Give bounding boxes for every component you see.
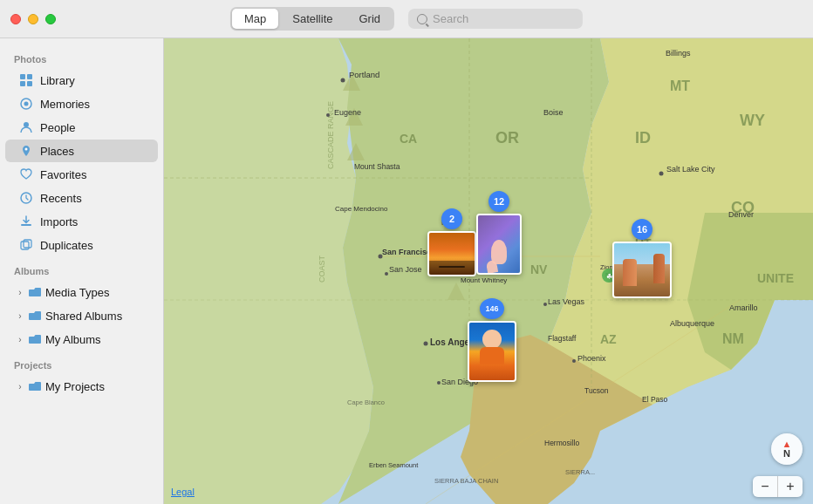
pin-count-12: 12 <box>488 191 509 212</box>
svg-text:UNITE: UNITE <box>757 271 794 285</box>
traffic-lights <box>10 14 56 24</box>
pin-count-2: 2 <box>441 208 462 229</box>
compass-label: N <box>783 449 790 459</box>
search-icon <box>417 14 427 24</box>
places-label: Places <box>40 145 74 158</box>
sidebar-item-imports[interactable]: Imports <box>5 210 158 233</box>
svg-text:Amarillo: Amarillo <box>729 303 758 312</box>
photos-section-label: Photos <box>0 45 163 68</box>
sidebar-item-memories[interactable]: Memories <box>5 92 158 115</box>
svg-text:NV: NV <box>530 262 548 276</box>
sidebar-item-favorites[interactable]: Favorites <box>5 163 158 186</box>
memories-label: Memories <box>40 98 90 111</box>
sidebar-item-people[interactable]: People <box>5 116 158 139</box>
chevron-right-icon-shared: › <box>16 311 24 320</box>
map-pin-146[interactable]: 146 <box>468 298 516 382</box>
svg-text:El Paso: El Paso <box>642 395 668 404</box>
media-types-label: Media Types <box>45 286 109 299</box>
svg-text:WY: WY <box>740 112 765 129</box>
svg-text:Cape Blanco: Cape Blanco <box>347 398 385 406</box>
satellite-view-button[interactable]: Satellite <box>280 9 345 29</box>
favorites-label: Favorites <box>40 168 86 181</box>
view-segmented-control: Map Satellite Grid <box>230 7 394 31</box>
duplicate-icon <box>19 238 33 252</box>
map-view-button[interactable]: Map <box>232 9 278 29</box>
pin-photo-desert <box>612 242 672 298</box>
svg-text:☘: ☘ <box>606 273 612 281</box>
svg-point-7 <box>25 148 28 151</box>
svg-point-6 <box>24 122 29 127</box>
pin-photo-sunset <box>427 231 476 276</box>
folder-icon-media <box>28 285 42 299</box>
svg-rect-0 <box>20 74 25 79</box>
sidebar-item-recents[interactable]: Recents <box>5 187 158 209</box>
svg-text:AZ: AZ <box>600 332 617 346</box>
pin-photo-dancer <box>476 214 522 275</box>
map-pin-2[interactable]: 2 <box>427 208 476 276</box>
search-input[interactable] <box>433 12 574 25</box>
svg-text:MT: MT <box>670 78 690 93</box>
svg-text:NM: NM <box>722 331 744 346</box>
zoom-plus-button[interactable]: + <box>778 476 803 497</box>
svg-point-50 <box>437 381 441 385</box>
svg-text:Billings: Billings <box>666 49 691 58</box>
import-icon <box>19 215 33 228</box>
search-box <box>408 9 583 29</box>
svg-text:Mount Whitney: Mount Whitney <box>461 276 507 284</box>
sidebar-group-media-types[interactable]: › Media Types <box>5 281 158 303</box>
svg-point-48 <box>543 303 547 306</box>
svg-rect-9 <box>21 224 31 226</box>
svg-text:Denver: Denver <box>728 210 754 219</box>
toolbar-center: Map Satellite Grid <box>230 7 583 31</box>
svg-text:Salt Lake City: Salt Lake City <box>666 165 715 174</box>
photo-grid-icon <box>19 73 33 87</box>
map-area[interactable]: OR ID MT WY CO NM AZ NV UT CA UNITE CASC… <box>164 38 813 504</box>
minimize-button[interactable] <box>28 14 38 24</box>
pin-count-146: 146 <box>480 298 504 319</box>
sidebar-group-shared-albums[interactable]: › Shared Albums <box>5 304 158 327</box>
chevron-right-icon-albums: › <box>16 335 24 344</box>
map-background: OR ID MT WY CO NM AZ NV UT CA UNITE CASC… <box>164 38 813 504</box>
maximize-button[interactable] <box>45 14 56 24</box>
heart-icon <box>19 167 33 181</box>
legal-link[interactable]: Legal <box>171 487 195 497</box>
svg-text:Portland: Portland <box>349 70 379 79</box>
grid-view-button[interactable]: Grid <box>346 9 393 29</box>
svg-text:CA: CA <box>400 132 417 146</box>
sidebar-item-places[interactable]: Places <box>5 140 158 162</box>
sidebar-item-library[interactable]: Library <box>5 69 158 92</box>
zoom-minus-button[interactable]: − <box>753 476 777 497</box>
svg-text:Boise: Boise <box>543 108 564 117</box>
svg-text:Erben Seamount: Erben Seamount <box>369 461 419 469</box>
svg-point-47 <box>424 342 428 346</box>
svg-text:Mount Shasta: Mount Shasta <box>354 162 400 171</box>
sidebar: Photos Library Memories People Places <box>0 38 164 504</box>
svg-point-49 <box>659 172 664 176</box>
map-pin-12[interactable]: 12 <box>476 191 522 275</box>
map-pin-16[interactable]: 16 <box>612 219 672 298</box>
svg-text:Las Vegas: Las Vegas <box>548 297 585 306</box>
svg-text:San Jose: San Jose <box>389 265 422 274</box>
svg-point-43 <box>341 78 345 83</box>
sidebar-item-duplicates[interactable]: Duplicates <box>5 234 158 256</box>
svg-text:SIERRA...: SIERRA... <box>565 468 595 476</box>
svg-text:SIERRA BAJA CHAIN: SIERRA BAJA CHAIN <box>434 477 498 485</box>
chevron-right-icon-projects: › <box>16 382 24 391</box>
memories-icon <box>19 97 33 111</box>
svg-rect-3 <box>27 81 32 86</box>
svg-point-5 <box>24 102 29 106</box>
sidebar-group-my-projects[interactable]: › My Projects <box>5 375 158 398</box>
shared-albums-label: Shared Albums <box>45 310 122 323</box>
clock-icon <box>19 191 33 205</box>
svg-text:Phoenix: Phoenix <box>577 354 606 363</box>
location-icon <box>19 144 33 158</box>
svg-point-46 <box>385 272 388 276</box>
close-button[interactable] <box>10 14 21 24</box>
library-label: Library <box>40 74 75 87</box>
imports-label: Imports <box>40 215 78 228</box>
pin-photo-person <box>468 321 516 382</box>
chevron-right-icon: › <box>16 288 24 296</box>
svg-text:ID: ID <box>635 129 651 146</box>
pin-count-16: 16 <box>632 219 652 240</box>
sidebar-group-my-albums[interactable]: › My Albums <box>5 328 158 351</box>
